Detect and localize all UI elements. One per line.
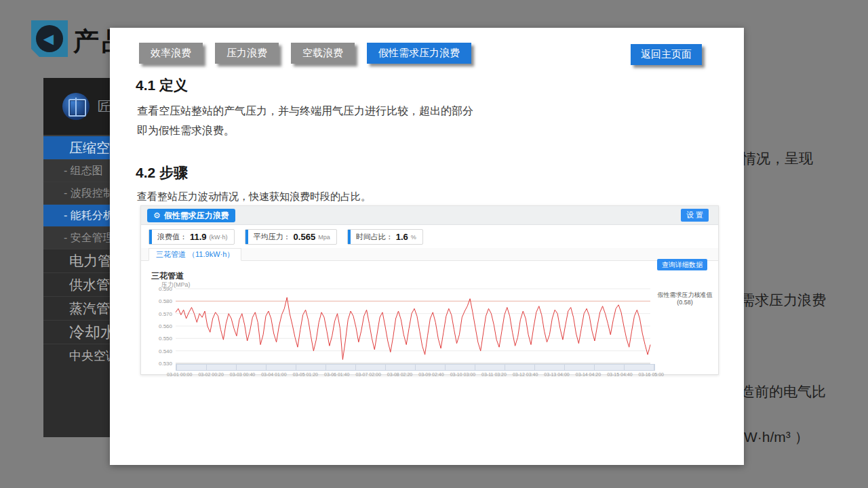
- x-axis-ticks: 03-01 00:0003-02 00:2003-03 00:4003-04 0…: [167, 372, 664, 377]
- x-tick-label: 03-05 01:20: [293, 372, 318, 377]
- y-tick-label: 0.530: [142, 361, 172, 367]
- sidebar-item-safety[interactable]: - 安全管理: [43, 226, 110, 249]
- content-panel: 效率浪费 压力浪费 空载浪费 假性需求压力浪费 返回主页面 4.1 定义 查看空…: [110, 28, 744, 465]
- threshold-label: 假性需求压力核准值: [651, 291, 719, 299]
- company-logo-icon: [62, 93, 90, 120]
- waste-tabs: 效率浪费 压力浪费 空载浪费 假性需求压力浪费: [139, 43, 471, 64]
- sidebar-logo: 匠: [43, 78, 110, 136]
- x-tick-label: 03-03 00:40: [230, 372, 255, 377]
- sidebar: 匠 压缩空气 - 组态图 - 波段控制 - 能耗分析 - 安全管理 电力管理 供…: [43, 78, 110, 437]
- x-tick-label: 03-10 03:00: [450, 372, 475, 377]
- background-text-fragment: 需求压力浪费: [741, 291, 826, 310]
- x-tick-label: 03-14 04:20: [576, 372, 601, 377]
- sidebar-item-config-diagram[interactable]: - 组态图: [43, 159, 110, 182]
- background-text-fragment: 情况，呈现: [742, 149, 813, 168]
- background-text-fragment: 造前的电气比: [741, 382, 826, 401]
- tab-false-demand-pressure-waste[interactable]: 假性需求压力浪费: [367, 43, 471, 64]
- sidebar-item-compressed-air[interactable]: 压缩空气: [43, 136, 110, 159]
- dashboard-screenshot: ⚙ 假性需求压力浪费 设 置 浪费值： 11.9 (kW·h) 平均压力： 0.…: [140, 205, 719, 375]
- x-tick-label: 03-06 01:40: [324, 372, 349, 377]
- x-tick-label: 03-08 02:20: [387, 372, 412, 377]
- x-tick-label: 03-01 00:00: [167, 372, 192, 377]
- x-tick-label: 03-02 00:20: [198, 372, 223, 377]
- datazoom-slider[interactable]: [176, 364, 655, 371]
- section-heading-steps: 4.2 步骤: [136, 163, 188, 182]
- sidebar-item-energy-analysis[interactable]: - 能耗分析: [43, 204, 110, 226]
- sidebar-item-cooling-water[interactable]: 冷却水管: [43, 320, 110, 344]
- x-tick-label: 03-11 03:20: [481, 372, 507, 377]
- y-tick-label: 0.580: [142, 298, 172, 304]
- sidebar-item-hvac[interactable]: 中央空调管: [43, 344, 110, 367]
- back-button[interactable]: ◀: [31, 20, 68, 57]
- logo-text: 匠: [98, 98, 110, 116]
- x-tick-label: 03-13 04:00: [544, 372, 569, 377]
- x-tick-label: 03-15 04:40: [607, 372, 632, 377]
- x-tick-label: 03-12 03:40: [513, 372, 538, 377]
- x-tick-label: 03-04 01:00: [261, 372, 286, 377]
- sidebar-item-band-control[interactable]: - 波段控制: [43, 182, 110, 204]
- background-text-fragment: W·h/m³ ）: [744, 428, 809, 447]
- y-tick-label: 0.550: [142, 336, 172, 342]
- return-home-button[interactable]: 返回主页面: [631, 44, 702, 65]
- x-tick-label: 03-09 02:40: [418, 372, 443, 377]
- x-tick-label: 03-16 05:00: [639, 372, 664, 377]
- threshold-value: (0.58): [651, 299, 719, 306]
- y-tick-label: 0.570: [142, 311, 172, 317]
- y-tick-label: 0.560: [142, 323, 172, 329]
- steps-text: 查看整站压力波动情况，快速获知浪费时段的占比。: [137, 186, 371, 206]
- x-tick-label: 03-07 02:00: [355, 372, 380, 377]
- threshold-annotation: 假性需求压力核准值 (0.58): [651, 291, 719, 306]
- sidebar-item-power[interactable]: 电力管理: [43, 249, 110, 272]
- pressure-line-chart: [141, 206, 719, 375]
- y-tick-label: 0.590: [142, 286, 172, 292]
- sidebar-item-water-supply[interactable]: 供水管理: [43, 272, 110, 296]
- y-tick-label: 0.540: [142, 348, 172, 354]
- tab-idle-waste[interactable]: 空载浪费: [291, 43, 355, 64]
- tab-efficiency-waste[interactable]: 效率浪费: [139, 43, 203, 64]
- section-heading-definition: 4.1 定义: [136, 76, 188, 95]
- definition-text: 查看空压站整站的产气压力，并与终端用气压力进行比较，超出的部分 即为假性需求浪费…: [137, 101, 473, 140]
- sidebar-item-steam[interactable]: 蒸汽管理: [43, 296, 110, 320]
- tab-pressure-waste[interactable]: 压力浪费: [215, 43, 279, 64]
- back-icon: ◀: [36, 25, 63, 52]
